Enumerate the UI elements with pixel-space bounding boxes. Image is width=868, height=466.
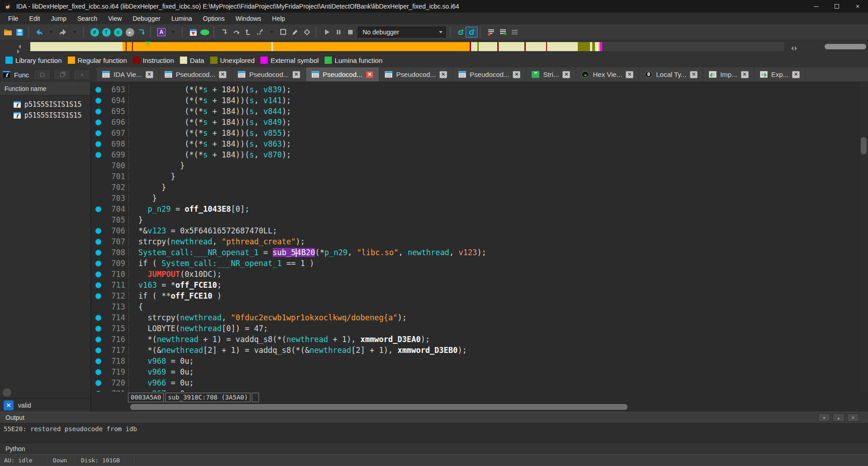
close-button[interactable]: × — [847, 0, 868, 13]
clear-filter-icon[interactable]: ✕ — [4, 400, 14, 410]
breakpoint-list-icon[interactable] — [278, 26, 289, 38]
vertical-scrollbar[interactable] — [859, 82, 868, 392]
code-line-717[interactable]: 717 *(&newthread[2] + 1) = vaddq_s8(*(&n… — [91, 345, 868, 356]
tab-pseudocod[interactable]: Pseudocod...✕ — [159, 67, 233, 81]
stop-process-icon[interactable] — [345, 26, 356, 38]
tab-pseudocod[interactable]: Pseudocod...✕ — [306, 67, 380, 81]
horizontal-scrollbar-thumb[interactable] — [130, 404, 627, 410]
lumina-push-icon[interactable]: G — [466, 27, 477, 37]
close-tab-icon[interactable]: ✕ — [146, 71, 153, 78]
breakpoint-dot[interactable] — [95, 315, 101, 321]
breakpoint-dot[interactable] — [95, 228, 101, 234]
code-line-701[interactable]: 701 } — [91, 171, 868, 182]
vertical-scrollbar-thumb[interactable] — [861, 137, 867, 154]
watch-icon[interactable] — [302, 26, 312, 38]
menu-edit[interactable]: Edit — [24, 13, 46, 24]
code-line-700[interactable]: 700 } — [91, 160, 868, 171]
code-line-695[interactable]: 695 (*(*s + 184))(s, v844); — [91, 106, 868, 117]
tab-exp[interactable]: Exp...✕ — [755, 67, 806, 81]
navigate-back-icon[interactable] — [34, 26, 45, 38]
step-into-icon[interactable] — [219, 26, 230, 38]
function-list-icon[interactable] — [509, 26, 520, 38]
breakpoint-dot[interactable] — [95, 369, 101, 375]
menu-view[interactable]: View — [103, 13, 127, 24]
resume-icon[interactable] — [199, 26, 210, 38]
breakpoint-dot[interactable] — [95, 250, 101, 256]
edit-icon[interactable] — [290, 26, 301, 38]
breakpoint-dot[interactable] — [95, 141, 101, 147]
tab-functions[interactable]: f Func — [0, 67, 33, 82]
code-line-720[interactable]: 720 v966 = 0u; — [91, 377, 868, 388]
breakpoint-dot[interactable] — [95, 380, 101, 386]
code-line-719[interactable]: 719 v969 = 0u; — [91, 366, 868, 377]
close-tab-icon[interactable]: ✕ — [219, 71, 226, 78]
tab-imp[interactable]: Imp...✕ — [703, 67, 755, 81]
close-tab-icon[interactable]: ✕ — [562, 71, 570, 78]
code-line-698[interactable]: 698 (*(*s + 184))(s, v863); — [91, 138, 868, 149]
save-icon[interactable] — [14, 26, 25, 38]
function-list-item[interactable]: fp51S5SISIS1S15 — [0, 110, 90, 121]
menu-search[interactable]: Search — [72, 13, 103, 24]
demangled-names-icon[interactable] — [486, 26, 496, 38]
breakpoint-window-icon[interactable] — [188, 26, 198, 38]
close-tab-icon[interactable]: ✕ — [513, 71, 520, 78]
close-tab-icon[interactable]: ✕ — [741, 71, 749, 78]
code-line-718[interactable]: 718 v968 = 0u; — [91, 356, 868, 366]
breakpoint-dot[interactable] — [95, 347, 101, 353]
minimize-button[interactable] — [806, 0, 826, 13]
breakpoint-dot[interactable] — [95, 87, 101, 93]
breakpoint-dot[interactable] — [95, 282, 101, 288]
tab-pseudocod[interactable]: Pseudocod...✕ — [232, 67, 306, 81]
menu-debugger[interactable]: Debugger — [127, 13, 166, 24]
jump-to-address-icon[interactable]: # — [89, 26, 100, 38]
open-file-icon[interactable] — [2, 26, 13, 38]
text-representation-dropdown[interactable] — [168, 26, 179, 38]
panel-float-button[interactable] — [53, 69, 71, 80]
menu-lumina[interactable]: Lumina — [166, 13, 198, 24]
navigate-forward-icon[interactable] — [57, 26, 68, 38]
breakpoint-dot[interactable] — [95, 337, 101, 342]
panel-close-button[interactable]: × — [73, 69, 90, 80]
breakpoint-dot[interactable] — [95, 358, 101, 364]
tab-pseudocod[interactable]: Pseudocod...✕ — [379, 67, 453, 81]
output-dock-close-icon[interactable]: ✕ — [847, 414, 859, 422]
breakpoint-dot[interactable] — [95, 119, 101, 125]
code-line-708[interactable]: 708System_call:___NR_openat_1 = sub_54B2… — [91, 247, 868, 258]
breakpoint-dot[interactable] — [95, 98, 101, 104]
menu-jump[interactable]: Jump — [46, 13, 72, 24]
code-line-707[interactable]: 707strcpy(newthread, "pthread_create"); — [91, 236, 868, 247]
close-tab-icon[interactable]: ✕ — [626, 71, 633, 78]
code-line-703[interactable]: 703 } — [91, 193, 868, 204]
debugger-selector[interactable]: No debugger — [358, 27, 446, 38]
output-dock-menu-icon[interactable]: ▾ — [818, 414, 830, 422]
navband-zoom-out-icon[interactable] — [789, 44, 793, 52]
step-dropdown[interactable] — [266, 26, 277, 38]
run-to-cursor-icon[interactable] — [255, 26, 265, 38]
start-process-icon[interactable] — [321, 26, 332, 38]
tab-stri[interactable]: ”Stri...✕ — [526, 67, 576, 81]
pause-process-icon[interactable] — [333, 26, 344, 38]
code-line-705[interactable]: 705} — [91, 214, 868, 225]
menu-file[interactable]: File — [3, 13, 24, 24]
code-line-713[interactable]: 713{ — [91, 301, 868, 312]
code-line-694[interactable]: 694 (*(*s + 184))(s, v141); — [91, 95, 868, 106]
code-line-699[interactable]: 699 (*(*s + 184))(s, v870); — [91, 149, 868, 160]
python-tab[interactable]: Python — [0, 442, 868, 454]
code-line-693[interactable]: 693 (*(*s + 184))(s, v839); — [91, 84, 868, 95]
pseudocode-view[interactable]: 693 (*(*s + 184))(s, v839);694 (*(*s + 1… — [91, 82, 868, 412]
code-line-709[interactable]: 709if ( System_call:___NR_openat_1 == 1 … — [91, 258, 868, 269]
maximize-button[interactable] — [826, 0, 847, 13]
code-line-714[interactable]: 714 strcpy(newthread, "0fduc2ecwb1wpr1ok… — [91, 312, 868, 323]
code-line-697[interactable]: 697 (*(*s + 184))(s, v855); — [91, 128, 868, 138]
navband-scrollbar-thumb[interactable] — [825, 44, 866, 49]
lumina-pull-icon[interactable]: G — [455, 27, 466, 37]
breakpoint-dot[interactable] — [95, 271, 101, 277]
jump-to-segment-icon[interactable]: ≡ — [113, 26, 123, 38]
create-function-icon[interactable] — [497, 26, 508, 38]
code-line-715[interactable]: 715 LOBYTE(newthread[0]) = 47; — [91, 323, 868, 334]
jump-to-problem-icon[interactable]: ▸ — [124, 26, 135, 38]
horizontal-scrollbar[interactable] — [91, 403, 868, 411]
tab-idavie[interactable]: IDA Vie...✕ — [97, 67, 159, 81]
filter-text[interactable]: valid — [18, 402, 31, 409]
close-tab-icon[interactable]: ✕ — [792, 71, 800, 78]
